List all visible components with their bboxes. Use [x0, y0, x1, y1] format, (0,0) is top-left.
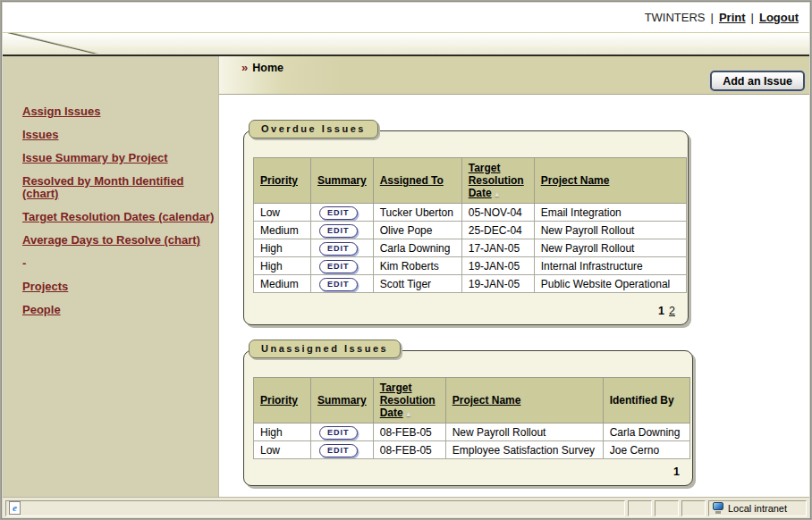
column-header-summary[interactable]: Summary: [311, 378, 374, 424]
edit-button[interactable]: EDIT: [319, 260, 358, 273]
separator: |: [711, 11, 714, 24]
print-link[interactable]: Print: [719, 11, 746, 24]
unassigned-issues-region-title: Unassigned Issues: [249, 340, 401, 358]
unassigned-issues-table: Priority Summary Target Resolution Date▲…: [253, 377, 690, 459]
app-window: TWINTERS | Print | Logout Assign Issues …: [0, 0, 812, 520]
main-content: »Home Add an Issue Overdue Issues Priori…: [219, 56, 809, 497]
identified-by-cell: Carla Downing: [603, 424, 689, 441]
sidebar-nav: Assign Issues Issues Issue Summary by Pr…: [3, 56, 218, 316]
target-date-cell: 19-JAN-05: [461, 257, 534, 275]
column-header-priority[interactable]: Priority: [254, 378, 311, 424]
edit-button[interactable]: EDIT: [319, 206, 358, 220]
project-name-cell: New Payroll Rollout: [445, 424, 603, 441]
edit-button[interactable]: EDIT: [319, 426, 358, 440]
browser-status-bar: e Local intranet: [3, 497, 809, 518]
assigned-to-cell: Olive Pope: [373, 222, 461, 239]
identified-by-cell: Joe Cerno: [603, 441, 689, 459]
table-row: Low EDIT 08-FEB-05 Employee Satisfaction…: [254, 441, 690, 459]
project-name-cell: New Payroll Rollout: [534, 239, 686, 257]
summary-cell: EDIT: [311, 424, 374, 441]
username-label: TWINTERS: [645, 11, 706, 24]
target-date-cell: 05-NOV-04: [461, 204, 534, 222]
column-header-project-name[interactable]: Project Name: [534, 158, 686, 204]
sidebar-item-issue-summary: Issue Summary by Project: [22, 152, 218, 164]
target-date-cell: 25-DEC-04: [461, 222, 534, 239]
sidebar-link-issues[interactable]: Issues: [22, 128, 58, 141]
breadcrumb-item-home: Home: [252, 62, 283, 74]
status-panel-1: [628, 500, 652, 516]
summary-cell: EDIT: [311, 239, 374, 257]
sidebar-link-projects[interactable]: Projects: [22, 280, 68, 293]
column-header-summary[interactable]: Summary: [311, 158, 374, 204]
sidebar-item-projects: Projects: [22, 281, 218, 293]
column-header-priority[interactable]: Priority: [254, 158, 311, 204]
assigned-to-cell: Kim Roberts: [373, 257, 461, 275]
assigned-to-cell: Carla Downing: [373, 239, 461, 257]
target-date-cell: 08-FEB-05: [373, 441, 445, 459]
edit-button[interactable]: EDIT: [319, 444, 358, 457]
pagination: 1: [673, 465, 680, 478]
add-issue-button[interactable]: Add an Issue: [710, 71, 805, 91]
sidebar-link-assign-issues[interactable]: Assign Issues: [22, 105, 100, 118]
priority-cell: Medium: [254, 275, 311, 293]
security-zone-panel: Local intranet: [708, 500, 807, 516]
priority-cell: Low: [254, 204, 311, 222]
overdue-issues-table: Priority Summary Assigned To Target Reso…: [253, 157, 687, 293]
overdue-issues-region: Overdue Issues Priority Summary Assigned…: [243, 130, 689, 325]
project-name-cell: Public Website Operational: [534, 275, 686, 293]
summary-cell: EDIT: [311, 275, 374, 293]
overdue-issues-region-title: Overdue Issues: [249, 120, 378, 138]
sidebar-link-resolved-by-month[interactable]: Resolved by Month Identified (chart): [22, 174, 184, 200]
status-panel-3: [681, 500, 706, 516]
sidebar-item-average-days: Average Days to Resolve (chart): [22, 234, 218, 247]
priority-cell: High: [254, 257, 311, 275]
column-header-identified-by: Identified By: [603, 378, 689, 424]
priority-cell: Medium: [254, 222, 311, 239]
sidebar-link-issue-summary[interactable]: Issue Summary by Project: [22, 151, 168, 164]
column-header-target-resolution-date[interactable]: Target Resolution Date▲: [373, 378, 445, 424]
swoosh-decoration: [6, 33, 105, 55]
status-panel-2: [655, 500, 679, 516]
pagination-current-page: 1: [658, 305, 664, 317]
sidebar-item-target-dates: Target Resolution Dates (calendar): [22, 211, 218, 223]
header-gradient-band: [3, 32, 809, 56]
table-row: High EDIT Carla Downing 17-JAN-05 New Pa…: [254, 239, 687, 257]
project-name-cell: Internal Infrastructure: [534, 257, 686, 275]
sort-ascending-icon: ▲: [405, 410, 412, 418]
summary-cell: EDIT: [311, 222, 374, 239]
priority-cell: High: [254, 424, 311, 441]
project-name-cell: Employee Satisfaction Survey: [445, 441, 603, 459]
sidebar-link-target-dates[interactable]: Target Resolution Dates (calendar): [22, 210, 214, 223]
column-header-assigned-to[interactable]: Assigned To: [373, 158, 461, 204]
table-header-row: Priority Summary Target Resolution Date▲…: [254, 378, 690, 424]
sidebar-link-people[interactable]: People: [22, 303, 61, 316]
table-row: High EDIT Kim Roberts 19-JAN-05 Internal…: [254, 257, 687, 275]
column-header-target-resolution-date[interactable]: Target Resolution Date▲: [461, 158, 534, 204]
separator: |: [751, 11, 754, 24]
pagination-page-2-link[interactable]: 2: [669, 305, 675, 317]
table-row: High EDIT 08-FEB-05 New Payroll Rollout …: [254, 424, 690, 441]
sidebar-link-average-days[interactable]: Average Days to Resolve (chart): [22, 233, 200, 247]
column-header-project-name[interactable]: Project Name: [445, 378, 603, 424]
breadcrumb: »Home: [241, 61, 283, 74]
sidebar-item-people: People: [22, 304, 218, 316]
priority-cell: High: [254, 239, 311, 257]
assigned-to-cell: Tucker Uberton: [373, 204, 461, 222]
summary-cell: EDIT: [311, 204, 374, 222]
table-header-row: Priority Summary Assigned To Target Reso…: [254, 158, 687, 204]
priority-cell: Low: [254, 441, 311, 459]
edit-button[interactable]: EDIT: [319, 242, 358, 256]
status-panel-main: e: [5, 500, 625, 516]
sidebar: Assign Issues Issues Issue Summary by Pr…: [3, 56, 219, 497]
table-row: Medium EDIT Olive Pope 25-DEC-04 New Pay…: [254, 222, 687, 239]
table-row: Medium EDIT Scott Tiger 19-JAN-05 Public…: [254, 275, 687, 293]
summary-cell: EDIT: [311, 441, 374, 459]
logout-link[interactable]: Logout: [759, 11, 799, 24]
edit-button[interactable]: EDIT: [319, 278, 358, 291]
pagination-current-page: 1: [673, 465, 680, 478]
table-row: Low EDIT Tucker Uberton 05-NOV-04 Email …: [254, 204, 687, 222]
assigned-to-cell: Scott Tiger: [373, 275, 461, 293]
edit-button[interactable]: EDIT: [319, 224, 358, 238]
sidebar-item-separator: -: [22, 257, 218, 270]
sidebar-item-assign-issues: Assign Issues: [22, 105, 218, 118]
